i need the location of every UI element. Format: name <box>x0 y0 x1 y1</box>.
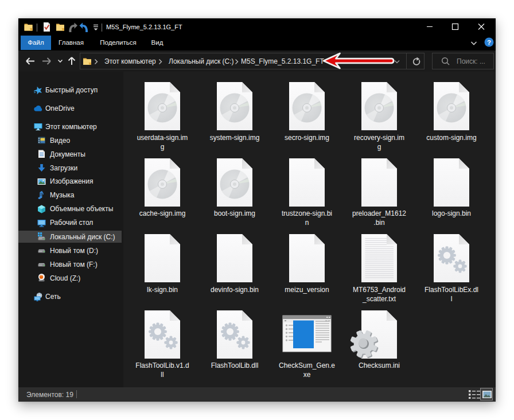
svg-text:?: ? <box>487 39 491 46</box>
